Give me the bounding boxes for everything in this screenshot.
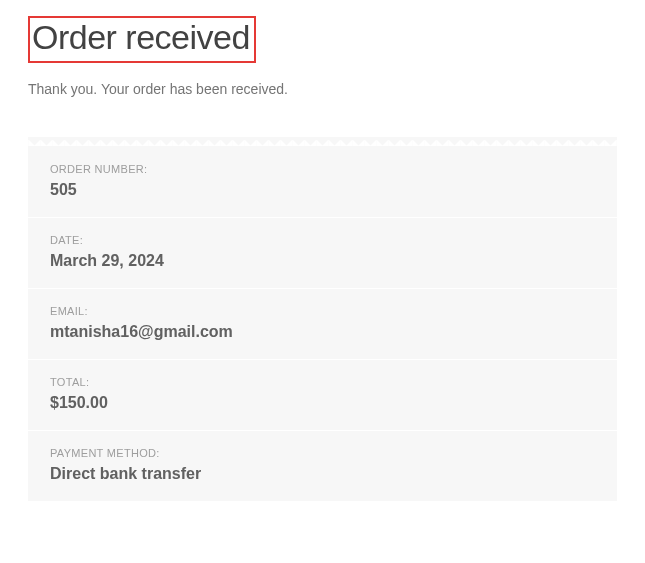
order-date-label: DATE: [50, 234, 595, 246]
order-number-value: 505 [50, 181, 595, 199]
order-total-value: $150.00 [50, 394, 595, 412]
order-payment-value: Direct bank transfer [50, 465, 595, 483]
order-date-row: DATE: March 29, 2024 [28, 218, 617, 289]
order-total-label: TOTAL: [50, 376, 595, 388]
zigzag-border [28, 136, 617, 146]
order-payment-row: PAYMENT METHOD: Direct bank transfer [28, 431, 617, 501]
page-title: Order received [32, 18, 250, 57]
order-number-row: ORDER NUMBER: 505 [28, 147, 617, 218]
order-payment-label: PAYMENT METHOD: [50, 447, 595, 459]
order-number-label: ORDER NUMBER: [50, 163, 595, 175]
order-email-row: EMAIL: mtanisha16@gmail.com [28, 289, 617, 360]
order-total-row: TOTAL: $150.00 [28, 360, 617, 431]
order-email-label: EMAIL: [50, 305, 595, 317]
order-details-panel: ORDER NUMBER: 505 DATE: March 29, 2024 E… [28, 137, 617, 501]
order-email-value: mtanisha16@gmail.com [50, 323, 595, 341]
title-highlight-box: Order received [28, 16, 256, 63]
thankyou-message: Thank you. Your order has been received. [28, 81, 617, 97]
order-date-value: March 29, 2024 [50, 252, 595, 270]
